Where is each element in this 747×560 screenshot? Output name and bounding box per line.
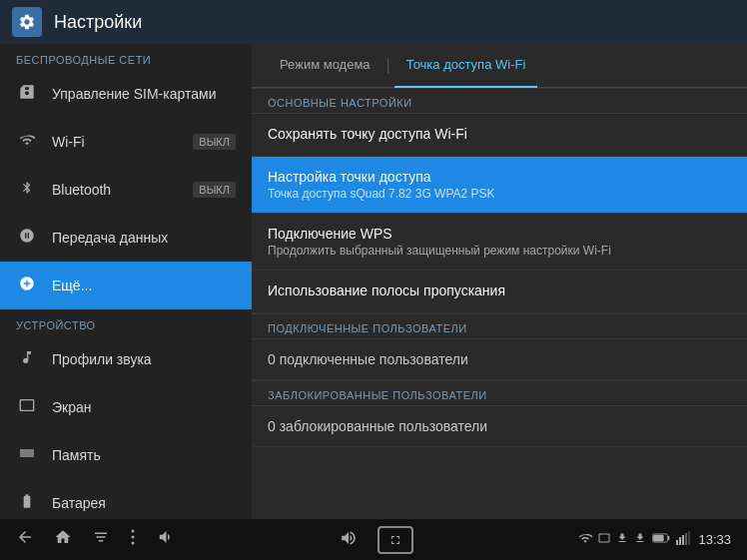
content-section-blocked: ЗАБЛОКИРОВАННЫЕ ПОЛЬЗОВАТЕЛИ	[252, 381, 747, 405]
sidebar-item-memory[interactable]: Память	[0, 431, 252, 479]
wifi-status-icon	[578, 531, 592, 548]
svg-rect-10	[688, 531, 690, 545]
content-item-bandwidth[interactable]: Использование полосы пропускания	[252, 271, 747, 313]
wifi-toggle[interactable]: ВЫКЛ	[193, 134, 236, 150]
battery-icon	[16, 493, 38, 513]
content-section-basic: ОСНОВНЫЕ НАСТРОЙКИ	[252, 89, 747, 113]
data-transfer-icon	[16, 228, 38, 248]
save-hotspot-title: Сохранять точку доступа Wi-Fi	[268, 126, 731, 142]
svg-point-1	[132, 536, 135, 539]
tab-hotspot[interactable]: Точка доступа Wi-Fi	[394, 44, 538, 88]
sidebar-item-sound-label: Профили звука	[52, 351, 236, 367]
download-icon	[616, 531, 628, 548]
sidebar-item-battery[interactable]: Батарея	[0, 479, 252, 519]
bluetooth-icon	[16, 180, 38, 200]
back-icon[interactable]	[16, 528, 34, 551]
sidebar-item-more[interactable]: Ещё...	[0, 262, 252, 309]
settings-app-icon	[12, 7, 42, 37]
mode-tabs: Режим модема | Точка доступа Wi-Fi	[252, 44, 747, 88]
svg-rect-6	[676, 540, 678, 545]
screen-icon	[16, 397, 38, 417]
svg-rect-4	[668, 536, 670, 541]
sidebar-item-sim-label: Управление SIM-картами	[52, 86, 236, 102]
sidebar-item-memory-label: Память	[52, 447, 236, 463]
time-display: 13:33	[698, 532, 731, 547]
svg-rect-8	[682, 535, 684, 545]
sidebar-item-bluetooth[interactable]: Bluetooth ВЫКЛ	[0, 166, 252, 214]
fullscreen-icon[interactable]	[377, 526, 413, 554]
wps-title: Подключение WPS	[268, 226, 731, 242]
bottom-center	[340, 526, 413, 554]
volume-down-icon[interactable]	[156, 528, 174, 551]
sidebar: БЕСПРОВОДНЫЕ СЕТИ Управление SIM-картами…	[0, 44, 252, 519]
connected-users-item: 0 подключенные пользователи	[252, 339, 747, 380]
sidebar-item-more-label: Ещё...	[52, 278, 236, 293]
sound-icon	[16, 349, 38, 369]
home-icon[interactable]	[54, 528, 72, 551]
sidebar-item-battery-label: Батарея	[52, 495, 236, 511]
status-icons	[578, 531, 690, 548]
connected-users-text: 0 подключенные пользователи	[268, 351, 731, 367]
bottom-right: 13:33	[578, 531, 731, 548]
blocked-users-item: 0 заблокированные пользователи	[252, 406, 747, 447]
blocked-users-text: 0 заблокированные пользователи	[268, 418, 731, 434]
svg-point-2	[132, 542, 135, 545]
content-item-save-hotspot[interactable]: Сохранять точку доступа Wi-Fi	[252, 114, 747, 157]
content-area: Режим модема | Точка доступа Wi-Fi ОСНОВ…	[252, 44, 747, 519]
memory-icon	[16, 445, 38, 465]
bluetooth-toggle[interactable]: ВЫКЛ	[193, 182, 236, 198]
configure-hotspot-title: Настройка точки доступа	[268, 169, 731, 185]
sidebar-item-data-label: Передача данных	[52, 230, 236, 246]
sidebar-item-wifi-label: Wi-Fi	[52, 134, 179, 150]
sidebar-item-wifi[interactable]: Wi-Fi ВЫКЛ	[0, 118, 252, 166]
sidebar-item-bluetooth-label: Bluetooth	[52, 182, 179, 198]
top-bar: Настройки	[0, 0, 747, 44]
svg-point-0	[132, 530, 135, 533]
wps-subtitle: Продолжить выбранный защищенный режим на…	[268, 244, 731, 258]
menu-dots-icon[interactable]	[130, 528, 136, 551]
bottom-nav	[16, 528, 174, 551]
main-layout: БЕСПРОВОДНЫЕ СЕТИ Управление SIM-картами…	[0, 44, 747, 519]
sidebar-item-screen-label: Экран	[52, 399, 236, 415]
bottom-bar: 13:33	[0, 519, 747, 560]
svg-rect-7	[679, 537, 681, 545]
svg-rect-9	[685, 533, 687, 545]
wifi-icon	[16, 132, 38, 152]
sidebar-section-wireless: БЕСПРОВОДНЫЕ СЕТИ	[0, 44, 252, 70]
sidebar-item-data[interactable]: Передача данных	[0, 214, 252, 262]
signal-icon	[676, 531, 690, 548]
volume-icon[interactable]	[340, 529, 358, 551]
tab-modem[interactable]: Режим модема	[268, 44, 382, 88]
svg-rect-5	[654, 535, 665, 542]
sidebar-item-screen[interactable]: Экран	[0, 383, 252, 431]
content-item-configure-hotspot[interactable]: Настройка точки доступа Точка доступа sQ…	[252, 157, 747, 214]
sidebar-section-device: УСТРОЙСТВО	[0, 309, 252, 335]
screenshot-icon	[598, 531, 610, 548]
more-icon	[16, 276, 38, 295]
sidebar-item-sim[interactable]: Управление SIM-картами	[0, 70, 252, 118]
download2-icon	[634, 531, 646, 548]
sidebar-item-sound[interactable]: Профили звука	[0, 335, 252, 383]
tab-separator: |	[382, 57, 394, 75]
configure-hotspot-subtitle: Точка доступа sQuad 7.82 3G WPA2 PSK	[268, 187, 731, 201]
bandwidth-title: Использование полосы пропускания	[268, 282, 731, 298]
content-section-connected: ПОДКЛЮЧЕННЫЕ ПОЛЬЗОВАТЕЛИ	[252, 314, 747, 338]
recents-icon[interactable]	[92, 528, 110, 551]
sim-icon	[16, 84, 38, 104]
battery-status-icon	[652, 532, 670, 547]
page-title: Настройки	[54, 12, 142, 33]
content-item-wps[interactable]: Подключение WPS Продолжить выбранный защ…	[252, 214, 747, 271]
